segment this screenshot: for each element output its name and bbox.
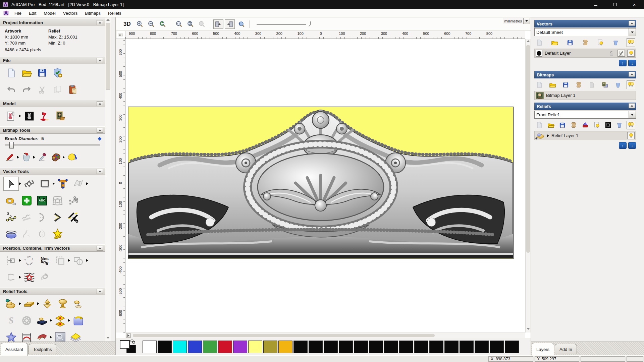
vectors-toggle-page-visibility-button[interactable] (596, 38, 605, 47)
tool-mushroom-shape[interactable] (55, 297, 70, 311)
collapse-button[interactable] (629, 72, 635, 77)
layer-color-swatch[interactable] (536, 50, 542, 57)
brush-diameter-slider[interactable] (5, 142, 100, 148)
layer-visibility-button[interactable] (627, 132, 635, 139)
flyout-arrow-icon[interactable] (86, 182, 88, 185)
palette-swatch[interactable] (414, 341, 428, 353)
tool-join-vectors[interactable] (50, 210, 65, 224)
canvas[interactable] (125, 39, 525, 333)
flyout-arrow-icon[interactable] (63, 156, 65, 159)
menu-edit[interactable]: Edit (25, 10, 40, 17)
flyout-arrow-icon[interactable] (19, 276, 21, 279)
palette-swatch[interactable] (203, 341, 217, 353)
vectors-merge-layers-button[interactable] (581, 38, 590, 47)
layer-visibility-button[interactable] (627, 50, 635, 57)
snap-layer-button[interactable] (618, 50, 625, 57)
collapse-button[interactable] (629, 21, 635, 26)
assistant-scrollbar[interactable] (105, 17, 111, 342)
tool-new-model[interactable] (3, 66, 19, 80)
palette-swatch[interactable] (188, 341, 202, 353)
zoom-previous-button[interactable] (158, 19, 168, 29)
palette-swatch[interactable] (429, 341, 443, 353)
slider-thumb[interactable] (9, 142, 14, 148)
flyout-arrow-icon[interactable] (19, 182, 21, 185)
bitmaps-preview-button[interactable] (600, 80, 609, 89)
ruler-corner[interactable] (116, 31, 125, 39)
tool-distort-vectors[interactable] (70, 177, 86, 191)
move-layer-up-button[interactable]: ↑ (619, 60, 627, 66)
tool-swept-profile[interactable] (34, 330, 50, 342)
slider-track[interactable] (5, 144, 100, 146)
tool-arc-fit[interactable] (34, 210, 50, 224)
scroll-down-icon[interactable] (527, 328, 530, 331)
canvas-vertical-scrollbar[interactable] (525, 39, 531, 333)
dropdown-button[interactable] (629, 111, 636, 118)
flyout-arrow-icon[interactable] (37, 302, 39, 305)
primary-color-chip[interactable] (120, 340, 130, 349)
switch-to-3d-button[interactable]: 3D (123, 21, 131, 27)
palette-swatch[interactable] (309, 341, 323, 353)
tool-select-vectors[interactable] (3, 177, 19, 191)
move-layer-down-button[interactable]: ↓ (628, 142, 636, 149)
tool-cut[interactable] (34, 82, 50, 97)
tool-nesting[interactable]: Nesting (37, 253, 52, 267)
flyout-arrow-icon[interactable] (19, 115, 21, 117)
bitmaps-all-layers-visibility-button[interactable] (627, 80, 635, 89)
tool-freehand-draw[interactable] (19, 210, 34, 224)
tool-text-in-a-box[interactable]: ABC (34, 193, 50, 207)
tool-text-on-curve[interactable]: e oxtc ur v (21, 253, 37, 267)
menu-model[interactable]: Model (40, 10, 59, 17)
layer-name[interactable]: Bitmap Layer 1 (546, 93, 635, 98)
palette-swatch[interactable] (158, 341, 172, 353)
palette-swatch[interactable] (444, 341, 459, 353)
collapse-button[interactable] (97, 169, 103, 174)
tool-set-model-size[interactable] (3, 109, 19, 123)
tool-vector-doctor[interactable] (50, 227, 65, 241)
tool-envelope-distortion[interactable] (50, 193, 65, 207)
bitmaps-clear-layer-button[interactable] (587, 80, 596, 89)
bitmaps-open-layer-button[interactable] (548, 80, 557, 89)
line-width-selector[interactable] (255, 20, 313, 28)
flyout-arrow-icon[interactable] (50, 319, 52, 322)
zoom-object-button[interactable] (185, 19, 196, 29)
tab-assistant[interactable]: Assistant (1, 343, 28, 356)
palette-swatch[interactable] (475, 341, 489, 353)
tab-toolpaths[interactable]: Toolpaths (29, 344, 57, 354)
palette-swatch[interactable] (143, 341, 157, 353)
tool-two-cone-shape[interactable] (40, 297, 55, 311)
bitmaps-delete-layer-button[interactable] (613, 80, 622, 89)
zoom-out-button[interactable] (146, 19, 156, 29)
tool-offset-relief[interactable] (52, 313, 68, 327)
vectors-new-layer-button[interactable] (535, 38, 544, 47)
collapse-button[interactable] (97, 128, 103, 133)
tool-two-rail-sweep[interactable] (19, 330, 34, 342)
tool-texture-relief[interactable] (52, 330, 68, 342)
bitmap-layer-row[interactable]: Bitmap Layer 1 (534, 91, 636, 100)
canvas-horizontal-scrollbar[interactable] (125, 333, 525, 338)
tool-paste[interactable] (65, 82, 80, 97)
tool-trim-vectors[interactable] (3, 270, 19, 284)
tool-weld-vectors[interactable] (70, 253, 86, 267)
palette-swatch[interactable] (173, 341, 187, 353)
tool-star-shape[interactable] (3, 330, 19, 342)
vectors-open-layer-button[interactable] (550, 38, 559, 47)
tool-colour-picker[interactable] (36, 150, 49, 164)
vector-layer-row[interactable]: Default Layer (534, 49, 636, 58)
snap-guides-button[interactable] (225, 19, 235, 29)
scroll-up-icon[interactable] (106, 19, 110, 22)
reliefs-texture-preview-button[interactable] (604, 121, 612, 129)
palette-swatch[interactable] (490, 341, 504, 353)
tool-model-options[interactable] (50, 66, 65, 80)
move-layer-up-button[interactable]: ↑ (619, 142, 627, 149)
maximize-button[interactable] (605, 0, 625, 9)
flyout-arrow-icon[interactable] (19, 302, 21, 305)
tool-measure[interactable] (3, 193, 19, 207)
scrollbar-thumb[interactable] (106, 23, 110, 90)
bitmaps-merge-layers-button[interactable] (574, 80, 583, 89)
flyout-arrow-icon[interactable] (17, 156, 19, 159)
collapse-button[interactable] (97, 20, 103, 25)
flyout-arrow-icon[interactable] (33, 156, 35, 159)
palette-swatch[interactable] (339, 341, 353, 353)
tool-relief-envelope[interactable] (68, 330, 83, 342)
tool-combine-reliefs[interactable] (70, 297, 86, 311)
